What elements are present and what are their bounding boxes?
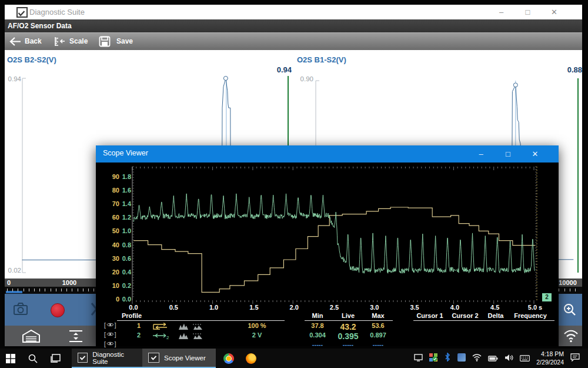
system-tray: 4:18 PM 2/29/2024 xyxy=(414,349,580,368)
main-window-title: Diagnostic Suite xyxy=(29,8,85,16)
scale-button[interactable]: Scale xyxy=(69,33,88,50)
ruler-tick xyxy=(12,289,13,291)
scope-xaxis-label: 1.0 xyxy=(209,304,218,311)
keyboard-icon[interactable] xyxy=(520,353,530,364)
scope-maximize-button[interactable]: □ xyxy=(495,145,522,163)
visibility-eye-icon[interactable] xyxy=(104,331,117,338)
taskbar-clock[interactable]: 4:18 PM 2/29/2024 xyxy=(536,350,564,366)
channel3-live: ----- xyxy=(333,341,363,348)
col-live: Live xyxy=(333,312,363,319)
channel2-scale: 2 V xyxy=(233,331,280,339)
trace-peak-marker xyxy=(223,76,228,80)
scope-xaxis-label: 0.0 xyxy=(129,304,138,311)
channel2-min: 0.304 xyxy=(303,331,332,339)
security-center-icon[interactable] xyxy=(429,353,437,364)
ruler-tick xyxy=(56,289,56,291)
channel3-max: ----- xyxy=(363,341,393,348)
clock-time: 4:18 PM xyxy=(536,350,564,358)
col-frequency: Frequency xyxy=(509,312,552,319)
ruler-tick xyxy=(29,289,29,291)
close-button[interactable]: ✕ xyxy=(541,5,567,19)
ruler-tick xyxy=(18,289,18,291)
scope-yaxis1-label: 40 xyxy=(112,241,119,248)
ruler-tick xyxy=(7,289,8,291)
action-center-icon[interactable] xyxy=(570,353,580,364)
battery-icon[interactable] xyxy=(488,353,498,364)
channel-number: 1 xyxy=(131,322,146,329)
scope-yaxis1-label: 70 xyxy=(112,200,119,207)
scale-icon[interactable] xyxy=(53,37,66,47)
x-tick-0: 0 xyxy=(7,279,11,287)
col-min: Min xyxy=(303,312,332,319)
taskbar: Diagnostic Suite Scope Viewer 4:18 PM 2/… xyxy=(0,349,588,368)
task-view-icon[interactable] xyxy=(48,349,62,368)
scope-yaxis2-label: 1.2 xyxy=(122,214,131,221)
collapse-vertical-icon[interactable] xyxy=(67,329,85,346)
scope-close-button[interactable]: ✕ xyxy=(522,145,549,163)
start-button[interactable] xyxy=(4,349,18,368)
firefox-icon[interactable] xyxy=(244,349,258,368)
scope-yaxis1-label: 30 xyxy=(112,255,119,262)
scope-xaxis-label: 3.0 xyxy=(370,304,379,311)
clock-date: 2/29/2024 xyxy=(536,359,564,366)
scope-yaxis1-label: 10 xyxy=(112,282,119,289)
save-icon[interactable] xyxy=(99,36,111,47)
main-window-titlebar[interactable]: Diagnostic Suite – □ ✕ xyxy=(5,5,582,19)
back-arrow-icon[interactable] xyxy=(9,37,21,46)
ruler-tick xyxy=(72,289,72,291)
taskbar-app-label: Diagnostic Suite xyxy=(92,351,136,365)
wifi-icon[interactable] xyxy=(472,353,482,364)
bluetooth-icon[interactable] xyxy=(444,353,451,364)
scope-minimize-button[interactable]: – xyxy=(467,145,495,163)
visibility-eye-icon[interactable] xyxy=(104,341,117,347)
x-tick-1000: 1000 xyxy=(52,279,87,287)
scope-xaxis-label: 4.0 xyxy=(450,304,459,311)
col-cursor2: Cursor 2 xyxy=(447,312,483,319)
scope-yaxis1-label: 20 xyxy=(112,268,119,276)
chrome-icon[interactable] xyxy=(222,349,236,368)
record-button[interactable] xyxy=(51,303,65,317)
scope-xaxis-label: 2.5 xyxy=(330,304,339,311)
pc-monitor-icon[interactable] xyxy=(414,353,423,364)
trace-peak-marker xyxy=(513,83,517,87)
scope-window-title: Scope Viewer xyxy=(103,149,148,157)
wireless-icon[interactable] xyxy=(562,328,580,346)
scope-yaxis2-label: 1.8 xyxy=(122,173,131,180)
visibility-eye-icon[interactable] xyxy=(104,322,117,329)
ruler-tick xyxy=(559,289,559,291)
divider xyxy=(117,320,285,321)
scope-yaxis2-label: 0.4 xyxy=(122,268,132,276)
ruler-tick xyxy=(66,289,67,291)
timeline-scrubber[interactable] xyxy=(6,291,22,293)
camera-icon[interactable] xyxy=(13,302,29,319)
display-settings-icon[interactable] xyxy=(457,353,466,364)
scope-xaxis-label: 0.5 xyxy=(169,304,178,311)
taskbar-app-scope-viewer[interactable]: Scope Viewer xyxy=(142,349,216,368)
zoom-in-icon[interactable] xyxy=(562,302,577,320)
ruler-tick xyxy=(39,289,40,291)
search-icon[interactable] xyxy=(26,349,40,368)
scope-viewer-window: Scope Viewer – □ ✕ 01020304050607080900.… xyxy=(96,145,559,346)
toolbar: Back Scale Save xyxy=(5,32,582,50)
taskbar-app-label: Scope Viewer xyxy=(164,354,206,362)
back-button[interactable]: Back xyxy=(25,33,42,50)
col-cursor1: Cursor 1 xyxy=(412,312,447,319)
maximize-button[interactable]: □ xyxy=(514,5,541,19)
scope-yaxis2-label: 1.6 xyxy=(122,187,131,194)
ruler-tick xyxy=(78,289,78,291)
speaker-icon[interactable] xyxy=(505,353,513,364)
channel1-max: 53.6 xyxy=(363,322,393,329)
scope-xaxis-label: 2.0 xyxy=(290,304,299,311)
scope-titlebar[interactable]: Scope Viewer – □ ✕ xyxy=(96,145,559,163)
home-garage-icon[interactable] xyxy=(21,329,41,346)
ruler-tick xyxy=(83,289,83,291)
ruler-tick xyxy=(24,289,24,291)
app-logo-icon xyxy=(16,7,28,18)
col-max: Max xyxy=(363,312,393,319)
minimize-button[interactable]: – xyxy=(488,5,514,19)
divider xyxy=(305,320,393,321)
ruler-tick xyxy=(88,289,89,291)
channel-number: 2 xyxy=(131,331,146,339)
save-button[interactable]: Save xyxy=(116,33,133,50)
taskbar-app-diagnostic-suite[interactable]: Diagnostic Suite xyxy=(72,349,142,368)
